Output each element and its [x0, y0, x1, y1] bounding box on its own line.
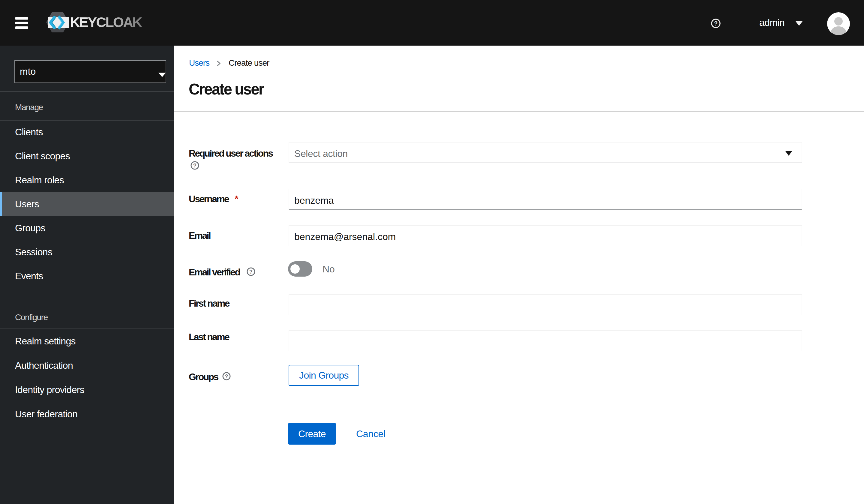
svg-text:?: ? [714, 20, 718, 27]
svg-text:?: ? [249, 269, 253, 275]
svg-text:?: ? [193, 163, 196, 169]
svg-text:?: ? [225, 373, 228, 380]
